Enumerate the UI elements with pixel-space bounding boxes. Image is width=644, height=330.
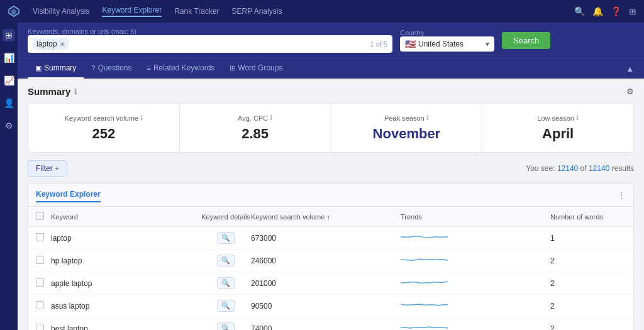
table-tab-label[interactable]: Keyword Explorer bbox=[36, 187, 101, 202]
sidebar-icon-trend[interactable]: 📈 bbox=[3, 74, 15, 87]
info-icon-low: ℹ bbox=[576, 114, 579, 122]
row-words-3: 2 bbox=[550, 302, 626, 311]
results-suffix: results bbox=[612, 164, 634, 173]
row-keyword-3: asus laptop bbox=[51, 302, 201, 311]
nav-visibility-analysis[interactable]: Visibility Analysis bbox=[33, 7, 89, 16]
country-flag: 🇺🇸 bbox=[405, 39, 416, 49]
search-bar-area: Keywords, domains or urls (max: 5) lapto… bbox=[18, 23, 644, 58]
search-input[interactable] bbox=[72, 40, 367, 48]
help-icon[interactable]: ❓ bbox=[611, 6, 621, 16]
header-words[interactable]: Number of words bbox=[550, 213, 626, 221]
tab-summary[interactable]: ▣ Summary bbox=[28, 58, 84, 79]
country-selector[interactable]: 🇺🇸 United States ▾ bbox=[400, 36, 494, 52]
row-trends-3 bbox=[401, 298, 550, 314]
stat-value-low: April bbox=[492, 126, 623, 142]
row-volume-4: 74000 bbox=[251, 324, 401, 331]
row-words-1: 2 bbox=[550, 256, 626, 265]
header-trends[interactable]: Trends bbox=[401, 213, 550, 221]
info-icon-volume: ℹ bbox=[140, 114, 143, 122]
nav-keyword-explorer[interactable]: Keyword Explorer bbox=[102, 6, 162, 17]
info-icon-cpc: ℹ bbox=[270, 114, 272, 122]
content-area: Summary ℹ ⚙ Keyword search volume ℹ 252 … bbox=[18, 79, 644, 330]
table-row: hp laptop 🔍 246000 2 bbox=[28, 250, 633, 272]
results-count: You see: 12140 of 12140 results bbox=[526, 164, 634, 173]
row-keyword-0: laptop bbox=[51, 234, 201, 243]
info-icon[interactable]: ℹ bbox=[74, 87, 77, 96]
table-header-row: Keyword Explorer ⋮ bbox=[28, 184, 633, 207]
nav-rank-tracker[interactable]: Rank Tracker bbox=[174, 7, 219, 16]
results-total-link[interactable]: 12140 bbox=[589, 164, 609, 173]
sidebar: ⊞ 📊 📈 👤 ⚙ bbox=[0, 23, 18, 330]
row-words-4: 2 bbox=[550, 324, 626, 331]
bell-icon[interactable]: 🔔 bbox=[592, 6, 603, 16]
stat-keyword-volume: Keyword search volume ℹ 252 bbox=[28, 104, 180, 152]
logo bbox=[8, 5, 20, 18]
row-details-3: 🔍 bbox=[201, 300, 251, 312]
sidebar-icon-chart[interactable]: 📊 bbox=[3, 52, 15, 64]
detail-button-4[interactable]: 🔍 bbox=[217, 322, 235, 330]
word-groups-tab-icon: ⊞ bbox=[230, 64, 235, 72]
row-trends-0 bbox=[401, 230, 550, 246]
stat-label-low: Low season ℹ bbox=[492, 114, 623, 122]
main-layout: ⊞ 📊 📈 👤 ⚙ Keywords, domains or urls (max… bbox=[0, 23, 644, 330]
sidebar-icon-users[interactable]: 👤 bbox=[3, 97, 15, 109]
row-checkbox-1[interactable] bbox=[36, 256, 51, 266]
row-details-0: 🔍 bbox=[201, 232, 251, 244]
stat-label-peak: Peak season ℹ bbox=[341, 114, 472, 122]
row-keyword-2: apple laptop bbox=[51, 279, 201, 288]
stat-cpc: Avg. CPC ℹ 2.85 bbox=[180, 104, 331, 152]
apps-icon[interactable]: ⊞ bbox=[629, 6, 636, 16]
stat-label-cpc: Avg. CPC ℹ bbox=[190, 114, 321, 122]
row-words-0: 1 bbox=[550, 234, 626, 243]
search-input-container: laptop ✕ 1 of 5 bbox=[28, 35, 392, 53]
tabs-collapse-icon[interactable]: ▲ bbox=[626, 64, 634, 74]
summary-title: Summary bbox=[28, 86, 70, 97]
detail-button-3[interactable]: 🔍 bbox=[217, 300, 235, 312]
header-keyword[interactable]: Keyword bbox=[51, 213, 201, 221]
detail-button-1[interactable]: 🔍 bbox=[217, 255, 235, 267]
filter-button[interactable]: Filter + bbox=[28, 160, 67, 177]
main-content: Keywords, domains or urls (max: 5) lapto… bbox=[18, 23, 644, 330]
keyword-tag-close[interactable]: ✕ bbox=[60, 41, 65, 48]
sidebar-icon-settings[interactable]: ⚙ bbox=[3, 119, 15, 132]
table-column-headers: Keyword Keyword details Keyword search v… bbox=[28, 207, 633, 227]
country-label: Country bbox=[400, 29, 494, 36]
tab-questions[interactable]: ? Questions bbox=[84, 58, 139, 79]
search-label: Keywords, domains or urls (max: 5) bbox=[28, 28, 392, 35]
country-text: United States bbox=[418, 40, 464, 48]
header-select-all[interactable] bbox=[36, 212, 51, 221]
row-volume-1: 246000 bbox=[251, 256, 401, 265]
tab-word-groups[interactable]: ⊞ Word Groups bbox=[222, 58, 290, 79]
row-checkbox-4[interactable] bbox=[36, 324, 51, 331]
table-row: laptop 🔍 673000 1 bbox=[28, 227, 633, 250]
row-checkbox-3[interactable] bbox=[36, 301, 51, 311]
gear-icon[interactable]: ⚙ bbox=[626, 87, 634, 96]
table-more-icon[interactable]: ⋮ bbox=[618, 190, 626, 200]
header-keyword-details: Keyword details bbox=[201, 213, 251, 221]
search-button[interactable]: Search bbox=[502, 32, 550, 49]
keyword-tag-text: laptop bbox=[36, 40, 57, 48]
stat-low-season: Low season ℹ April bbox=[482, 104, 633, 152]
stat-value-volume: 252 bbox=[38, 126, 169, 142]
row-words-2: 2 bbox=[550, 279, 626, 288]
row-volume-2: 201000 bbox=[251, 279, 401, 288]
header-volume[interactable]: Keyword search volume ↑ bbox=[251, 213, 401, 221]
detail-button-0[interactable]: 🔍 bbox=[217, 232, 235, 244]
row-checkbox-0[interactable] bbox=[36, 233, 51, 243]
row-checkbox-2[interactable] bbox=[36, 278, 51, 289]
results-text: You see: bbox=[526, 164, 557, 173]
search-icon[interactable]: 🔍 bbox=[574, 6, 585, 16]
results-current-link[interactable]: 12140 bbox=[557, 164, 578, 173]
keyword-tag-laptop: laptop ✕ bbox=[33, 38, 69, 50]
search-count: 1 of 5 bbox=[370, 40, 387, 48]
keyword-table: Keyword Explorer ⋮ Keyword Keyword detai… bbox=[28, 183, 634, 330]
select-all-checkbox[interactable] bbox=[36, 212, 44, 220]
results-of: of bbox=[580, 164, 589, 173]
stat-peak-season: Peak season ℹ November bbox=[331, 104, 483, 152]
tab-related-keywords[interactable]: ≡ Related Keywords bbox=[140, 58, 223, 79]
sidebar-icon-grid[interactable]: ⊞ bbox=[3, 29, 15, 41]
stats-row: Keyword search volume ℹ 252 Avg. CPC ℹ 2… bbox=[28, 103, 634, 153]
row-trends-4 bbox=[401, 321, 550, 330]
detail-button-2[interactable]: 🔍 bbox=[217, 277, 235, 289]
nav-serp-analysis[interactable]: SERP Analysis bbox=[232, 7, 282, 16]
